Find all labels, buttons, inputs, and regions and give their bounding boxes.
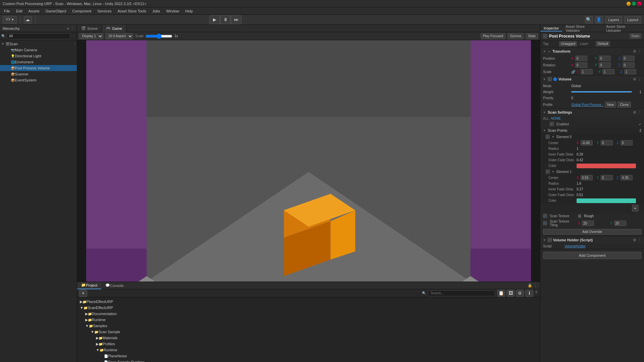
- scan-settings-gear[interactable]: ⚙: [633, 110, 636, 115]
- project-item-profiles[interactable]: ▶ 📁 Profiles: [77, 341, 540, 347]
- hierarchy-item-eventsystem[interactable]: ▶ 📦 EventSystem: [0, 77, 77, 83]
- hierarchy-item-scan[interactable]: ▼ 🎬 Scan ⋮: [0, 41, 77, 47]
- project-item-planeffecturp[interactable]: ▶ 📁 PlaneEffectURP: [77, 299, 540, 305]
- element-0-header[interactable]: ▼ Element 0: [540, 134, 644, 140]
- volume-header[interactable]: ▼ 🔵 Volume ⚙ ⋮: [540, 75, 644, 83]
- play-focused-btn[interactable]: Play Focused: [481, 33, 506, 39]
- e1cz-input[interactable]: [621, 175, 633, 180]
- bottom-tb-btn2[interactable]: 🖼: [506, 290, 515, 297]
- play-button[interactable]: ▶: [209, 15, 220, 24]
- menu-gameobject[interactable]: GameObject: [43, 8, 69, 14]
- profile-value[interactable]: Global Post Process :: [571, 103, 603, 107]
- project-item-samples[interactable]: ▼ 📁 Samples: [77, 323, 540, 329]
- hierarchy-item-main-camera[interactable]: ▶ 📷 Main Camera: [0, 47, 77, 53]
- project-item-scan-sample-runtime[interactable]: ▶ 📄 Scan Sample.Runtime: [77, 359, 540, 362]
- cloud-btn[interactable]: ☁: [24, 16, 32, 23]
- elem1-checkbox[interactable]: [546, 170, 550, 174]
- hierarchy-item-environment[interactable]: ▶ 🌐 Enviroment: [0, 59, 77, 65]
- menu-file[interactable]: File: [1, 8, 13, 14]
- layer-value[interactable]: Default: [596, 41, 610, 46]
- volume-enabled-checkbox[interactable]: [548, 77, 552, 81]
- tab-game[interactable]: 🎮 Game: [102, 25, 126, 32]
- bottom-tb-btn3[interactable]: ⚙: [516, 290, 524, 297]
- bottom-tb-btn4[interactable]: ℹ: [525, 290, 533, 297]
- pause-button[interactable]: ⏸: [220, 15, 231, 24]
- elem0-checkbox[interactable]: [546, 135, 550, 139]
- menu-services[interactable]: Services: [95, 8, 114, 14]
- hierarchy-search-input[interactable]: [7, 33, 70, 39]
- close-button[interactable]: ×: [637, 2, 641, 6]
- minimize-button[interactable]: −: [627, 2, 631, 6]
- elem1-color-swatch[interactable]: [577, 198, 636, 203]
- bottom-more-icon[interactable]: ⋮: [534, 283, 537, 288]
- step-button[interactable]: ⏭: [231, 15, 241, 24]
- rot-z-input[interactable]: [623, 62, 635, 68]
- stats-btn[interactable]: Stats: [526, 33, 538, 39]
- e0cx-input[interactable]: [581, 140, 593, 145]
- transform-gear-icon[interactable]: ⚙: [633, 49, 636, 54]
- menu-jobs[interactable]: Jobs: [150, 8, 163, 14]
- project-search-input[interactable]: [428, 290, 495, 296]
- e0cz-input[interactable]: [621, 140, 633, 145]
- scan-points-header[interactable]: ▼ Scan Points 2: [540, 127, 644, 134]
- profile-new-btn[interactable]: New: [605, 102, 616, 108]
- hierarchy-item-post-process-volume[interactable]: ▶ 📦 Post Process Volume: [0, 65, 77, 71]
- rot-y-input[interactable]: [599, 62, 611, 68]
- vh-more-icon[interactable]: ⋮: [638, 238, 641, 242]
- rot-x-input[interactable]: [575, 62, 587, 68]
- bottom-lock-icon[interactable]: 🔒: [528, 283, 532, 288]
- hierarchy-item-dir-light[interactable]: ▶ 💡 Directional Light: [0, 53, 77, 59]
- add-element-btn[interactable]: +: [632, 205, 639, 212]
- scale-lock-icon[interactable]: 🔗: [571, 70, 575, 74]
- e1cy-input[interactable]: [601, 175, 613, 180]
- layers-button[interactable]: Layers: [605, 16, 622, 23]
- layout-button[interactable]: Layout: [624, 16, 641, 23]
- project-item-scaneffecturp[interactable]: ▼ 📁 ScanEffectURP: [77, 305, 540, 311]
- project-item-planenoise[interactable]: ▶ 📄 PlaneNoise: [77, 353, 540, 359]
- volume-more-icon[interactable]: ⋮: [638, 77, 641, 81]
- pivot-btn[interactable]: YY ▾: [3, 16, 17, 23]
- inspector-tab-asset-validator[interactable]: Asset Store Validator: [562, 25, 603, 33]
- vh-enabled-checkbox[interactable]: [548, 238, 552, 242]
- tab-project[interactable]: 📁 Project: [77, 282, 101, 289]
- scan-enabled-checkbox[interactable]: [550, 122, 554, 126]
- menu-component[interactable]: Component: [69, 8, 94, 14]
- element-1-header[interactable]: ▼ Element 1: [540, 169, 644, 175]
- scale-z-input[interactable]: [624, 69, 636, 74]
- pos-z-input[interactable]: [623, 56, 635, 61]
- menu-help[interactable]: Help: [182, 8, 196, 14]
- add-override-btn[interactable]: Add Override: [543, 229, 641, 235]
- project-item-scan-sample[interactable]: ▼ 📁 Scan Sample: [77, 329, 540, 335]
- hierarchy-add-icon[interactable]: +: [67, 26, 69, 31]
- scale-slider[interactable]: [146, 34, 172, 38]
- menu-edit[interactable]: Edit: [13, 8, 25, 14]
- maximize-button[interactable]: □: [632, 2, 636, 6]
- hierarchy-more-icon[interactable]: ⋮: [70, 26, 74, 31]
- volume-holder-header[interactable]: ▼ Volume Holder (Script) ⚙ ⋮: [540, 236, 644, 244]
- object-enabled-checkbox[interactable]: [543, 34, 547, 38]
- vh-gear-icon[interactable]: ⚙: [633, 238, 636, 242]
- tab-console[interactable]: 💬 Console: [101, 282, 127, 289]
- transform-header[interactable]: ▼ ↔ Transform ⚙ ⋮: [540, 48, 644, 55]
- elem0-color-swatch[interactable]: [577, 164, 636, 168]
- project-item-materials[interactable]: ▶ 📁 Materials: [77, 335, 540, 341]
- script-value[interactable]: VolumeHolder: [565, 244, 586, 248]
- project-item-runtime-nested[interactable]: ▼ 📁 Runtime: [77, 347, 540, 353]
- scale-x-input[interactable]: [581, 69, 593, 74]
- game-viewport[interactable]: [77, 40, 540, 282]
- add-btn[interactable]: +: [79, 290, 87, 297]
- search-icon-btn[interactable]: 🔍: [585, 16, 593, 23]
- menu-assetstoretools[interactable]: Asset Store Tools: [115, 8, 149, 14]
- tiling-x-input[interactable]: [582, 221, 594, 226]
- tag-value[interactable]: Untagged: [559, 41, 577, 46]
- scan-settings-header[interactable]: ▼ Scan Settings ⚙ ⋮: [540, 109, 644, 116]
- e0cy-input[interactable]: [601, 140, 613, 145]
- scan-settings-more[interactable]: ⋮: [638, 110, 641, 115]
- tiling-y-input[interactable]: [614, 221, 626, 226]
- scan-tiling-checkbox[interactable]: [543, 221, 547, 225]
- project-item-runtime-top[interactable]: ▶ 📁 Runtime: [77, 317, 540, 323]
- inspector-tab-asset-uploader[interactable]: Asset Store Uploader: [603, 25, 644, 33]
- account-icon-btn[interactable]: 👤: [595, 16, 603, 23]
- bottom-tb-btn1[interactable]: 📋: [497, 290, 505, 297]
- inspector-tab-inspector[interactable]: Inspector: [540, 25, 562, 32]
